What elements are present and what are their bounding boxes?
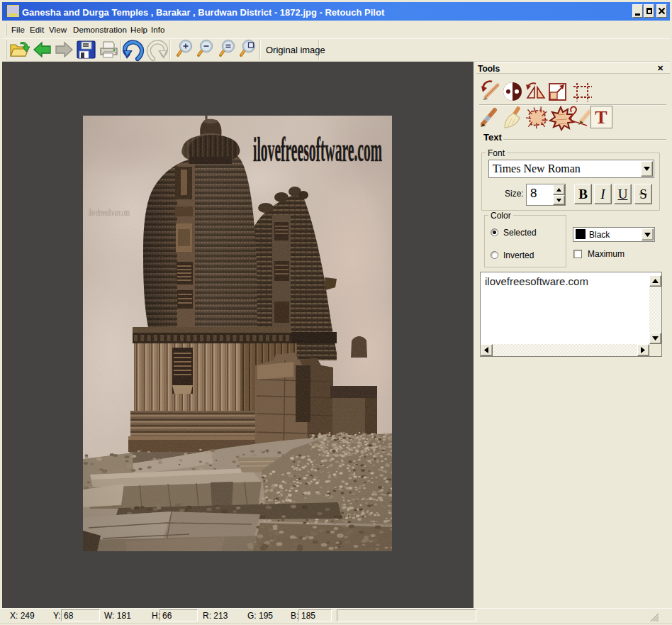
svg-text:T: T <box>595 107 607 128</box>
